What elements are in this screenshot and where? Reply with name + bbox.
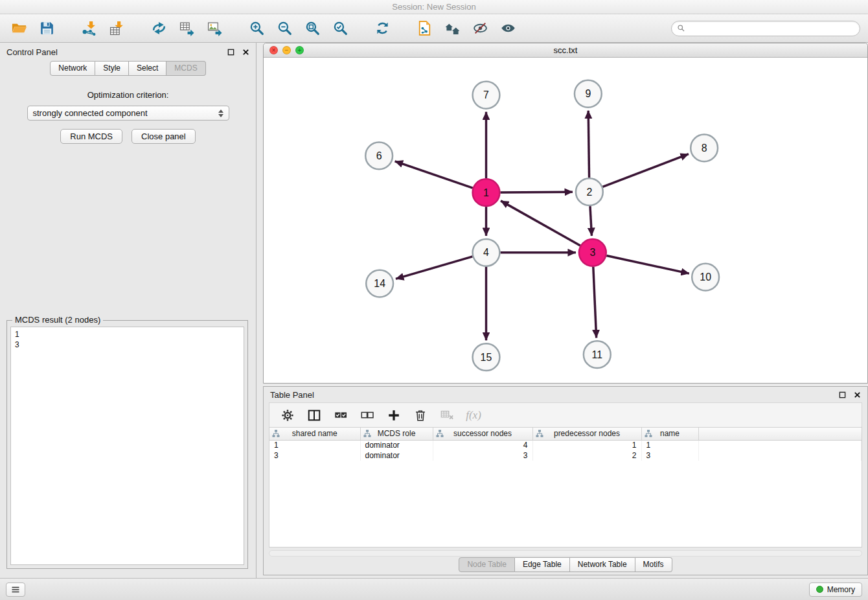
column-header-successor-nodes[interactable]: successor nodes bbox=[433, 428, 532, 440]
panel-splitter-vertical[interactable] bbox=[257, 43, 263, 578]
tab-motifs[interactable]: Motifs bbox=[635, 557, 672, 572]
network-document-button[interactable] bbox=[413, 18, 435, 39]
table-cell[interactable]: 3 bbox=[269, 450, 360, 461]
search-input[interactable] bbox=[689, 23, 854, 33]
table-cell[interactable]: dominator bbox=[360, 440, 433, 450]
criterion-select-value: strongly connected component bbox=[33, 108, 148, 118]
apply-layout-button[interactable] bbox=[371, 18, 393, 39]
close-window-button[interactable]: × bbox=[269, 46, 278, 54]
column-header-name[interactable]: name bbox=[641, 428, 698, 440]
graph-node-2[interactable]: 2 bbox=[576, 178, 603, 205]
table-panel-header-icons bbox=[839, 391, 861, 398]
table-cell[interactable]: 4 bbox=[433, 440, 532, 450]
export-network-button[interactable] bbox=[148, 18, 170, 39]
close-panel-button[interactable]: Close panel bbox=[131, 129, 196, 144]
network-view-window: × − + scc.txt 7968124314101511 bbox=[263, 43, 868, 384]
column-header-shared-name[interactable]: shared name bbox=[269, 428, 360, 440]
graph-node-8[interactable]: 8 bbox=[691, 135, 718, 162]
toolbar-separator bbox=[357, 28, 365, 29]
tab-node-table[interactable]: Node Table bbox=[459, 557, 515, 572]
graph-node-10[interactable]: 10 bbox=[692, 264, 719, 291]
table-cell[interactable]: 1 bbox=[269, 440, 360, 450]
graph-node-14[interactable]: 14 bbox=[366, 270, 393, 297]
zoom-window-button[interactable]: + bbox=[295, 46, 304, 54]
graph-edge-3-10[interactable] bbox=[606, 255, 689, 273]
delete-row-button[interactable] bbox=[411, 406, 429, 424]
graphics-details-button[interactable] bbox=[469, 18, 491, 39]
graph-edge-3-11[interactable] bbox=[593, 267, 597, 338]
close-panel-icon[interactable] bbox=[242, 49, 249, 56]
float-panel-icon[interactable] bbox=[839, 391, 846, 398]
graph-edge-2-9[interactable] bbox=[588, 111, 589, 178]
graph-node-11[interactable]: 11 bbox=[584, 341, 611, 368]
export-image-button[interactable] bbox=[203, 18, 225, 39]
graph-node-9[interactable]: 9 bbox=[575, 80, 602, 108]
table-row[interactable]: 1dominator411 bbox=[269, 440, 862, 450]
table-row[interactable]: 3dominator323 bbox=[269, 450, 862, 461]
table-cell[interactable]: 3 bbox=[641, 450, 698, 461]
import-network-button[interactable] bbox=[78, 18, 100, 39]
graph-edge-2-3[interactable] bbox=[590, 206, 591, 236]
table-cell[interactable]: 2 bbox=[532, 450, 641, 461]
graph-edge-4-14[interactable] bbox=[396, 257, 472, 279]
minimize-window-button[interactable]: − bbox=[282, 46, 291, 54]
select-all-button[interactable] bbox=[332, 406, 350, 424]
memory-button[interactable]: Memory bbox=[809, 583, 862, 597]
search-icon bbox=[677, 24, 685, 32]
network-document-icon bbox=[417, 20, 433, 36]
open-session-button[interactable] bbox=[8, 18, 30, 39]
close-panel-icon[interactable] bbox=[854, 391, 861, 398]
graph-edge-1-6[interactable] bbox=[395, 161, 473, 188]
table-cell[interactable]: 1 bbox=[641, 440, 698, 450]
svg-text:9: 9 bbox=[585, 88, 591, 99]
save-session-button[interactable] bbox=[36, 18, 58, 39]
column-header-predecessor-nodes[interactable]: predecessor nodes bbox=[532, 428, 641, 440]
graph-edge-3-1[interactable] bbox=[501, 201, 580, 246]
show-panels-button[interactable] bbox=[6, 583, 25, 597]
graph-node-6[interactable]: 6 bbox=[365, 142, 393, 169]
tab-network-table[interactable]: Network Table bbox=[570, 557, 635, 572]
nested-networks-button[interactable] bbox=[441, 18, 463, 39]
add-row-button[interactable] bbox=[385, 406, 403, 424]
graph-node-7[interactable]: 7 bbox=[473, 82, 500, 109]
graph-node-4[interactable]: 4 bbox=[473, 239, 500, 266]
criterion-select[interactable]: strongly connected component bbox=[27, 106, 229, 121]
zoom-selected-button[interactable] bbox=[329, 18, 351, 39]
zoom-fit-button[interactable] bbox=[301, 18, 323, 39]
column-header-label: predecessor nodes bbox=[533, 429, 641, 438]
svg-text:3: 3 bbox=[589, 247, 595, 258]
search-field[interactable] bbox=[671, 21, 860, 36]
birdseye-view-button[interactable] bbox=[497, 18, 519, 39]
graph-edge-1-2[interactable] bbox=[500, 192, 573, 192]
control-panel: Control Panel NetworkStyleSelectMCDS Opt… bbox=[0, 43, 257, 578]
network-window-titlebar[interactable]: × − + scc.txt bbox=[264, 43, 867, 58]
export-table-icon bbox=[179, 20, 195, 36]
network-canvas[interactable]: 7968124314101511 bbox=[264, 58, 867, 383]
table-horizontal-scrollbar[interactable] bbox=[269, 550, 862, 557]
table-cell[interactable]: 3 bbox=[433, 450, 532, 461]
graph-node-15[interactable]: 15 bbox=[473, 343, 500, 371]
tab-select[interactable]: Select bbox=[129, 61, 166, 76]
float-panel-icon[interactable] bbox=[227, 49, 234, 56]
graph-node-3[interactable]: 3 bbox=[579, 239, 606, 266]
tab-network[interactable]: Network bbox=[50, 61, 95, 76]
deselect-all-button[interactable] bbox=[358, 406, 376, 424]
import-table-button[interactable] bbox=[106, 18, 128, 39]
table-cell[interactable]: 1 bbox=[532, 440, 641, 450]
export-table-button[interactable] bbox=[176, 18, 198, 39]
zoom-selected-icon bbox=[332, 20, 348, 36]
graph-edge-2-8[interactable] bbox=[602, 154, 689, 187]
table-cell[interactable]: dominator bbox=[360, 450, 433, 461]
tab-style[interactable]: Style bbox=[95, 61, 129, 76]
window-title: Session: New Session bbox=[392, 2, 475, 12]
run-mcds-button[interactable]: Run MCDS bbox=[60, 129, 122, 144]
tab-mcds[interactable]: MCDS bbox=[166, 61, 205, 76]
column-settings-button[interactable] bbox=[279, 406, 297, 424]
split-panel-button[interactable] bbox=[305, 406, 323, 424]
zoom-out-button[interactable] bbox=[273, 18, 295, 39]
mcds-result-list[interactable]: 13 bbox=[10, 327, 244, 565]
column-header-MCDS-role[interactable]: MCDS role bbox=[360, 428, 433, 440]
tab-edge-table[interactable]: Edge Table bbox=[515, 557, 570, 572]
graph-node-1[interactable]: 1 bbox=[473, 179, 500, 206]
zoom-in-button[interactable] bbox=[246, 18, 268, 39]
